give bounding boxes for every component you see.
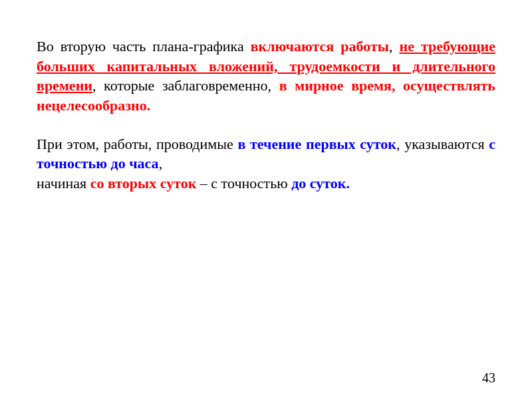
paragraph-2: При этом, работы, проводимые в течение п… (37, 134, 495, 194)
text-do-sutok: до суток. (291, 175, 350, 192)
text-kotorye: , которые заблаговременно, (92, 77, 279, 94)
text-so-vtorykh-sutok: со вторых суток (90, 175, 197, 192)
text-intro-1: Во вторую часть плана-графика (37, 38, 251, 55)
text-comma-2: , (159, 155, 163, 172)
main-content: Во вторую часть плана-графика включаются… (0, 0, 532, 239)
text-nachinaya: начиная (37, 175, 90, 192)
page-number: 43 (482, 369, 495, 387)
text-pri-etom: При этом, работы, проводимые (37, 136, 237, 152)
text-ukazyvayutsya: , указываются (396, 136, 489, 152)
text-vklyuchayutsya-raboty: включаются работы (251, 38, 389, 55)
text-comma-1: , (389, 38, 400, 55)
paragraph-1: Во вторую часть плана-графика включаются… (37, 37, 495, 116)
text-s-tochnostyu: – с точностью (196, 175, 291, 192)
text-v-techenie-pervykh-sutok: в течение первых суток (237, 136, 396, 152)
